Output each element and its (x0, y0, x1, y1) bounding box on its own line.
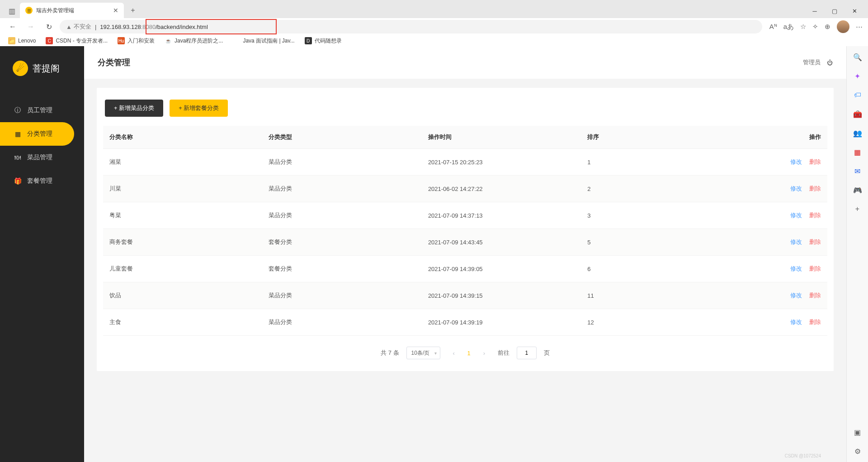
edit-link[interactable]: 修改 (790, 319, 802, 325)
cell-time: 2021-07-09 14:39:05 (422, 256, 581, 282)
delete-link[interactable]: 删除 (809, 292, 821, 299)
add-meal-category-button[interactable]: + 新增套餐分类 (170, 100, 228, 117)
extensions-icon[interactable]: ⊕ (825, 23, 830, 31)
bookmarks-bar: 📁LenovoCCSDN - 专业开发者...Hu入门和安装☕Java程序员进阶… (0, 35, 868, 46)
copilot-icon[interactable]: ✦ (853, 71, 862, 81)
app-logo: ☄ 菩提阁 (0, 61, 84, 99)
edit-link[interactable]: 修改 (790, 185, 802, 192)
cell-sort: 3 (581, 202, 726, 229)
settings-icon[interactable]: ⚙ (853, 447, 862, 456)
tools-icon[interactable]: 🧰 (853, 110, 862, 119)
goto-input[interactable] (517, 347, 537, 359)
delete-link[interactable]: 删除 (809, 185, 821, 192)
main-content: 分类管理 管理员 ⏻ + 新增菜品分类 + 新增套餐分类 分类名称 分类类型 操… (84, 46, 846, 462)
sidebar-item-3[interactable]: 🎁套餐管理 (0, 169, 74, 193)
bookmark-item[interactable]: Hu入门和安装 (118, 37, 155, 45)
refresh-icon[interactable]: ↻ (42, 19, 56, 34)
bookmark-icon: D (305, 37, 312, 44)
url-text: 192.168.93.128:8080/backend/index.html (100, 24, 208, 30)
shopping-icon[interactable]: 🏷 (853, 90, 862, 100)
close-window-icon[interactable]: ✕ (844, 4, 864, 18)
bookmark-item[interactable]: D代码随想录 (305, 37, 342, 45)
page-number[interactable]: 1 (467, 350, 471, 357)
cell-time: 2021-07-09 14:37:13 (422, 202, 581, 229)
tab-favicon-icon: ☰ (25, 7, 33, 14)
delete-link[interactable]: 删除 (809, 212, 821, 219)
nav-label: 员工管理 (27, 106, 52, 114)
col-sort: 排序 (581, 126, 726, 149)
tab-title: 瑞吉外卖管理端 (36, 7, 74, 14)
edit-link[interactable]: 修改 (790, 238, 802, 245)
cell-name: 商务套餐 (103, 229, 262, 256)
nav-label: 套餐管理 (27, 177, 52, 185)
prev-page-icon[interactable]: ‹ (448, 347, 460, 359)
table-row: 商务套餐套餐分类2021-07-09 14:43:455修改删除 (103, 229, 827, 256)
table-row: 儿童套餐套餐分类2021-07-09 14:39:056修改删除 (103, 256, 827, 282)
profile-avatar[interactable] (837, 20, 849, 33)
favorite-icon[interactable]: ☆ (800, 23, 806, 31)
cell-type: 菜品分类 (262, 282, 421, 309)
sidebar-item-2[interactable]: 🍽菜品管理 (0, 146, 74, 169)
bookmark-item[interactable]: 📁Lenovo (8, 37, 36, 44)
tab-actions-icon[interactable]: ▥ (4, 4, 20, 18)
read-aloud-icon[interactable]: Aᴺ (769, 23, 777, 31)
nav-label: 菜品管理 (27, 153, 52, 162)
more-icon[interactable]: ⋯ (856, 23, 863, 31)
col-time: 操作时间 (422, 126, 581, 149)
cell-time: 2021-07-09 14:43:45 (422, 229, 581, 256)
browser-chrome: ▥ ☰ 瑞吉外卖管理端 ✕ + ─ ▢ ✕ ← → ↻ ▲ 不安全 | 192.… (0, 0, 868, 46)
cell-time: 2021-07-09 14:39:19 (422, 309, 581, 336)
url-input[interactable]: ▲ 不安全 | 192.168.93.128:8080/backend/inde… (60, 20, 762, 33)
table-row: 川菜菜品分类2021-06-02 14:27:222修改删除 (103, 176, 827, 202)
close-icon[interactable]: ✕ (113, 7, 118, 14)
sidebar-item-1[interactable]: ▦分类管理 (0, 122, 74, 146)
cell-time: 2021-06-02 14:27:22 (422, 176, 581, 202)
table-row: 湘菜菜品分类2021-07-15 20:25:231修改删除 (103, 149, 827, 176)
power-icon[interactable]: ⏻ (827, 59, 833, 66)
edit-link[interactable]: 修改 (790, 212, 802, 219)
delete-link[interactable]: 删除 (809, 158, 821, 165)
maximize-icon[interactable]: ▢ (825, 4, 844, 18)
goto-label: 前往 (498, 349, 509, 357)
table-row: 粤菜菜品分类2021-07-09 14:37:133修改删除 (103, 202, 827, 229)
edit-link[interactable]: 修改 (790, 265, 802, 272)
forward-icon[interactable]: → (24, 19, 38, 34)
translate-icon[interactable]: aあ (783, 23, 794, 31)
bookmark-item[interactable]: CCSDN - 专业开发者... (46, 37, 108, 45)
sidebar-item-0[interactable]: ⓘ员工管理 (0, 99, 74, 122)
edit-link[interactable]: 修改 (790, 158, 802, 165)
cell-name: 湘菜 (103, 149, 262, 176)
add-tool-icon[interactable]: + (853, 205, 862, 214)
cell-type: 菜品分类 (262, 149, 421, 176)
office-icon[interactable]: ▦ (853, 148, 862, 157)
cell-sort: 6 (581, 256, 726, 282)
new-tab-button[interactable]: + (127, 4, 139, 17)
back-icon[interactable]: ← (5, 19, 20, 34)
delete-link[interactable]: 删除 (809, 265, 821, 272)
cell-type: 套餐分类 (262, 256, 421, 282)
people-icon[interactable]: 👥 (853, 129, 862, 138)
content-card: + 新增菜品分类 + 新增套餐分类 分类名称 分类类型 操作时间 排序 操作 湘… (97, 88, 834, 371)
delete-link[interactable]: 删除 (809, 319, 821, 325)
search-icon[interactable]: 🔍 (853, 52, 862, 62)
games-icon[interactable]: 🎮 (853, 186, 862, 195)
minimize-icon[interactable]: ─ (805, 4, 825, 18)
cell-type: 套餐分类 (262, 229, 421, 256)
cell-time: 2021-07-15 20:25:23 (422, 149, 581, 176)
sidebar: ☄ 菩提阁 ⓘ员工管理▦分类管理🍽菜品管理🎁套餐管理 (0, 46, 84, 462)
add-dish-category-button[interactable]: + 新增菜品分类 (105, 100, 163, 117)
expand-icon[interactable]: ▣ (853, 428, 862, 437)
page-size-select[interactable]: 10条/页 (406, 347, 440, 359)
cell-sort: 5 (581, 229, 726, 256)
delete-link[interactable]: 删除 (809, 238, 821, 245)
collections-icon[interactable]: ✧ (812, 23, 818, 31)
outlook-icon[interactable]: ✉ (853, 167, 862, 176)
cell-name: 主食 (103, 309, 262, 336)
next-page-icon[interactable]: › (478, 347, 491, 359)
browser-tab[interactable]: ☰ 瑞吉外卖管理端 ✕ (20, 3, 124, 18)
bookmark-item[interactable]: ☕Java程序员进阶之... (165, 37, 223, 45)
edit-link[interactable]: 修改 (790, 292, 802, 299)
nav-icon: 🎁 (14, 177, 22, 185)
bookmark-icon: Hu (118, 37, 125, 44)
bookmark-item[interactable]: ·Java 面试指南 | Jav... (233, 37, 294, 45)
